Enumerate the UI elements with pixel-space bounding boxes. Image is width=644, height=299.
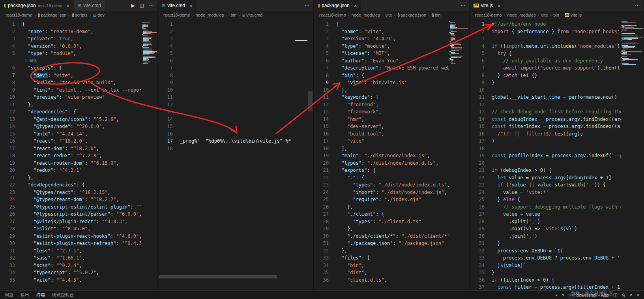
panel-tab-debug-console[interactable]: 调试控制台: [52, 292, 74, 298]
breadcrumb[interactable]: react18-demo›node_modules›vite›bin›JSvit…: [470, 11, 644, 19]
code-line[interactable]: "name": "vite",: [336, 28, 449, 36]
code-line[interactable]: "react": "^18.2.0",: [22, 137, 141, 145]
code-line[interactable]: [180, 35, 294, 43]
terminal-profile-dropdown-icon[interactable]: ∨: [562, 292, 565, 297]
code-line[interactable]: [492, 145, 621, 152]
code-line[interactable]: // check debug mode first before requiri…: [492, 108, 621, 116]
code-line[interactable]: import { performance } from 'node:perf_h…: [492, 28, 621, 36]
code-line[interactable]: "type": "module",: [22, 50, 141, 57]
code-line[interactable]: [180, 64, 294, 72]
code-line[interactable]: #!/usr/bin/env node: [492, 21, 621, 28]
code-line[interactable]: "react-dom": "^18.2.0",: [22, 145, 141, 152]
code-line[interactable]: [180, 94, 294, 101]
code-line[interactable]: process.env.DEBUG ? process.env.DEBUG + …: [492, 254, 621, 262]
code-line[interactable]: "eslint-plugin-react-hooks": "^4.6.0",: [22, 233, 141, 240]
code-line[interactable]: "import": "./dist/node/index.js",: [336, 189, 449, 196]
code-line[interactable]: /^(?:-f|--filter)$/.test(arg),: [492, 130, 621, 138]
code-area[interactable]: { "name": "react18-demo", "private": tru…: [17, 19, 141, 290]
code-line[interactable]: },: [336, 247, 449, 255]
breadcrumb-item[interactable]: react18-demo: [475, 13, 502, 17]
code-line[interactable]: },: [22, 174, 141, 182]
code-line[interactable]: "typescript": "^5.0.2",: [22, 269, 141, 276]
code-line[interactable]: "bin",: [336, 262, 449, 269]
code-line[interactable]: "version": "4.4.9",: [336, 35, 449, 43]
code-line[interactable]: const debugIndex = process.argv.findInde…: [492, 116, 621, 123]
breadcrumb-item[interactable]: node_modules: [196, 13, 224, 17]
code-line[interactable]: "@ant-design/icons": "^5.2.6",: [22, 116, 141, 123]
code-line[interactable]: }: [492, 79, 621, 87]
code-line[interactable]: "dev": "vite",: [22, 72, 141, 79]
code-line[interactable]: "framework",: [336, 108, 449, 116]
code-line[interactable]: [492, 160, 621, 167]
code-line[interactable]: [180, 108, 294, 116]
breadcrumb-item[interactable]: {}bin: [432, 13, 441, 17]
code-line[interactable]: "types": "./dist/node/index.d.ts",: [336, 181, 449, 189]
code-line[interactable]: "react-router-dom": "^6.15.0",: [22, 160, 141, 167]
maximize-panel-icon[interactable]: ∧: [630, 292, 633, 297]
code-line[interactable]: [180, 145, 294, 152]
code-line[interactable]: [180, 116, 294, 123]
code-line[interactable]: process.env.DEBUG = `${: [492, 247, 621, 255]
tab-vite-js[interactable]: JSvite.js×: [470, 0, 505, 11]
code-line[interactable]: "keywords": [: [336, 94, 449, 101]
breadcrumb-item[interactable]: .bin: [229, 13, 236, 17]
code-line[interactable]: ],: [336, 145, 449, 152]
code-line[interactable]: "vite": "bin/vite.js": [336, 79, 449, 87]
code-line[interactable]: await import('source-map-support').then(…: [492, 64, 621, 72]
code-line[interactable]: [180, 123, 294, 130]
breadcrumb-item[interactable]: {}package.json: [38, 13, 67, 17]
code-line[interactable]: if (!value || value.startsWith('-')) {: [492, 181, 621, 189]
breadcrumb-item[interactable]: ⊡dev: [93, 13, 105, 17]
code-line[interactable]: ): [492, 137, 621, 145]
minimap[interactable]: [141, 19, 157, 290]
code-line[interactable]: "dist",: [336, 269, 449, 276]
code-line[interactable]: },: [336, 87, 449, 94]
code-area[interactable]: _prog%" "%dp0%\..\vite\bin\vite.js" %*: [174, 19, 294, 290]
minimap[interactable]: [621, 19, 644, 290]
code-line[interactable]: [180, 43, 294, 50]
code-line[interactable]: value = value: [492, 211, 621, 218]
code-line[interactable]: "devDependencies": {: [22, 181, 141, 189]
code-line[interactable]: "@types/node": "^20.6.0",: [22, 123, 141, 130]
more-icon[interactable]: ⋯: [305, 3, 309, 8]
code-line[interactable]: "scss": "^0.2.4",: [22, 262, 141, 269]
panel-tab-problems[interactable]: 问题: [5, 292, 13, 298]
code-line[interactable]: "@typescript-eslint/eslint-plugin": "^6.…: [22, 203, 141, 211]
horizontal-scrollbar[interactable]: [159, 275, 277, 278]
code-line[interactable]: "vite": "^4.4.5",: [22, 276, 141, 284]
code-line[interactable]: [492, 87, 621, 94]
code-line[interactable]: // only available as dev dependency: [492, 57, 621, 65]
breadcrumb-item[interactable]: react18-demo: [319, 13, 346, 17]
code-line[interactable]: const filterIndex = process.argv.findInd…: [492, 123, 621, 130]
code-line[interactable]: "dependencies": {: [22, 108, 141, 116]
breadcrumb-item[interactable]: bin: [553, 13, 559, 17]
panel-tab-output[interactable]: 输出: [21, 292, 29, 298]
code-line[interactable]: value = 'vite:*': [492, 189, 621, 196]
breadcrumb-item[interactable]: react18-demo: [6, 13, 32, 17]
code-line[interactable]: "lint": "eslint . --ext ts,tsx --report-…: [22, 87, 141, 94]
minimap[interactable]: [294, 19, 313, 290]
breadcrumb-item[interactable]: ⊞vite.cmd: [242, 13, 262, 17]
code-line[interactable]: "@vitejs/plugin-react": "^4.0.3",: [22, 218, 141, 226]
code-area[interactable]: { "name": "vite", "version": "4.4.9", "t…: [330, 19, 449, 290]
code-line[interactable]: [180, 72, 294, 79]
code-line[interactable]: "react-redux": "^7.2.8",: [22, 152, 141, 160]
minimap[interactable]: [449, 19, 469, 290]
code-line[interactable]: global.__vite_start_time = performance.n…: [492, 94, 621, 101]
code-line[interactable]: "types": "./client.d.ts": [336, 218, 449, 226]
code-line[interactable]: "exports": {: [336, 167, 449, 174]
tab-vite-cmd[interactable]: ⊞vite.cmd: [74, 0, 105, 11]
more-icon[interactable]: ⋯: [635, 3, 640, 8]
code-line[interactable]: "vite": [336, 137, 449, 145]
close-panel-icon[interactable]: ×: [637, 293, 639, 297]
code-line[interactable]: "@typescript-eslint/parser": "^6.0.0",: [22, 211, 141, 218]
code-line[interactable]: .split(','): [492, 218, 621, 226]
code-line[interactable]: "eslint": "^8.45.0",: [22, 225, 141, 233]
tab-vite-cmd[interactable]: ⊞vite.cmd×: [158, 0, 197, 11]
code-line[interactable]: ▷ 调试: [22, 57, 141, 65]
code-line[interactable]: "./dist/client/*": "./dist/client/*",: [336, 233, 449, 240]
code-line[interactable]: "less": "^2.7.1",: [22, 247, 141, 255]
code-line[interactable]: .map((v) => `vite:${v}`): [492, 225, 621, 233]
breadcrumb[interactable]: react18-demo›node_modules›vite›{}package…: [314, 11, 469, 19]
code-line[interactable]: }${value}`: [492, 262, 621, 269]
